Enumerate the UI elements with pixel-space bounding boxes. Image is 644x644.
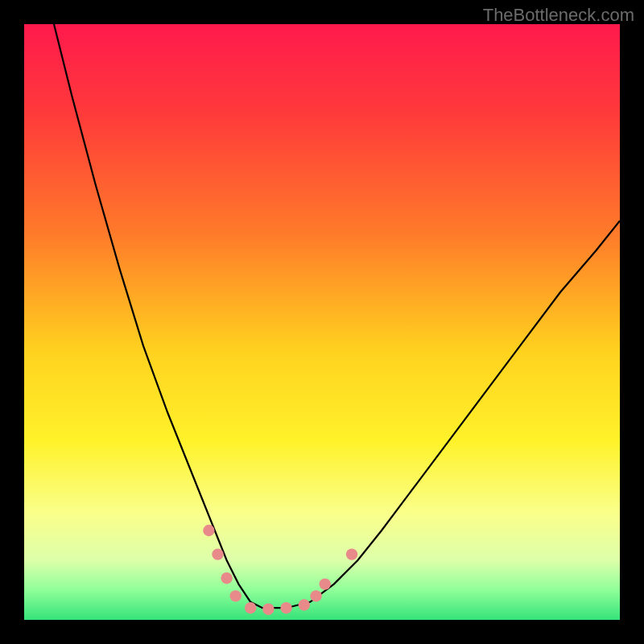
cluster-bottom-3 <box>280 602 291 613</box>
cluster-bottom-1 <box>245 602 256 613</box>
cluster-left-1 <box>203 525 214 536</box>
cluster-bottom-4 <box>299 599 310 610</box>
outlier-right <box>346 548 357 559</box>
curve-layer <box>24 24 620 620</box>
bottleneck-curve <box>54 24 620 608</box>
cluster-right-2 <box>320 578 331 589</box>
cluster-left-2 <box>212 548 223 559</box>
chart-container: TheBottleneck.com <box>0 0 644 644</box>
watermark-label: TheBottleneck.com <box>483 5 634 26</box>
cluster-left-4 <box>230 590 242 601</box>
cluster-bottom-2 <box>262 603 274 614</box>
data-markers <box>203 525 357 615</box>
cluster-left-3 <box>221 572 232 584</box>
plot-area <box>24 24 620 620</box>
cluster-right-1 <box>310 590 321 601</box>
